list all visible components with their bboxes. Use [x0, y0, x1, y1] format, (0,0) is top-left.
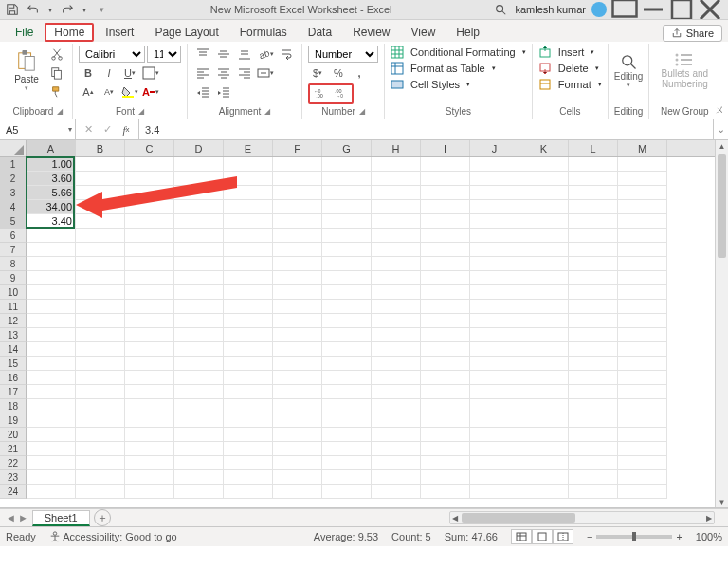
scroll-up-icon[interactable]: ▲ — [716, 140, 728, 152]
cell[interactable] — [27, 357, 76, 371]
cell[interactable] — [470, 314, 519, 328]
border-button[interactable]: ▾ — [141, 64, 160, 82]
cell[interactable] — [174, 328, 224, 342]
cell[interactable] — [224, 157, 273, 172]
cell[interactable] — [569, 300, 618, 314]
cell[interactable] — [470, 328, 519, 342]
row-header[interactable]: 5 — [0, 214, 27, 229]
cell[interactable] — [421, 214, 470, 229]
cell[interactable] — [273, 214, 322, 229]
cell[interactable] — [569, 229, 618, 243]
cell[interactable] — [421, 470, 470, 485]
cell[interactable] — [470, 229, 519, 243]
cell[interactable] — [322, 186, 372, 200]
bold-button[interactable]: B — [79, 64, 98, 82]
align-middle-button[interactable] — [214, 46, 233, 63]
cell[interactable] — [125, 314, 174, 328]
row-header[interactable]: 3 — [0, 186, 27, 200]
cell[interactable] — [273, 485, 322, 499]
insert-function-button[interactable]: fx — [118, 121, 135, 138]
cell[interactable] — [27, 385, 76, 399]
cell[interactable] — [421, 385, 470, 399]
cell[interactable] — [174, 186, 224, 200]
cell[interactable] — [76, 271, 125, 285]
maximize-icon[interactable] — [667, 0, 696, 19]
cell[interactable] — [224, 214, 273, 229]
cell[interactable] — [569, 186, 618, 200]
cell[interactable] — [569, 385, 618, 399]
cell[interactable] — [322, 485, 372, 499]
cell[interactable] — [76, 470, 125, 485]
cell[interactable] — [618, 172, 667, 186]
cell[interactable] — [470, 200, 519, 214]
cell[interactable] — [618, 385, 667, 399]
cell[interactable] — [569, 285, 618, 300]
cell[interactable] — [273, 271, 322, 285]
column-header[interactable]: L — [569, 140, 618, 156]
cell[interactable] — [421, 300, 470, 314]
cell[interactable]: 34.00 — [27, 200, 76, 214]
cell[interactable] — [569, 214, 618, 229]
cell[interactable] — [224, 357, 273, 371]
italic-button[interactable]: I — [100, 64, 118, 82]
cell[interactable] — [618, 328, 667, 342]
cell[interactable] — [372, 456, 421, 470]
row-header[interactable]: 11 — [0, 300, 27, 314]
cell[interactable] — [273, 399, 322, 413]
cell[interactable] — [125, 470, 174, 485]
cell[interactable] — [470, 257, 519, 271]
select-all-corner[interactable] — [0, 140, 27, 156]
cell[interactable] — [273, 428, 322, 442]
delete-cells-button[interactable]: Delete ▾ — [538, 62, 599, 75]
column-header[interactable]: E — [224, 140, 273, 156]
cell[interactable] — [519, 428, 569, 442]
cell[interactable] — [224, 200, 273, 214]
cell[interactable] — [322, 285, 372, 300]
cell[interactable] — [125, 271, 174, 285]
row-header[interactable]: 9 — [0, 271, 27, 285]
cell[interactable] — [421, 172, 470, 186]
cell[interactable] — [174, 385, 224, 399]
cell[interactable] — [174, 456, 224, 470]
cell[interactable] — [27, 342, 76, 357]
cell[interactable] — [372, 243, 421, 257]
cell[interactable] — [470, 485, 519, 499]
cell[interactable] — [421, 257, 470, 271]
cell[interactable] — [470, 428, 519, 442]
save-icon[interactable] — [4, 1, 21, 18]
cell[interactable] — [76, 229, 125, 243]
column-header[interactable]: M — [618, 140, 667, 156]
cell[interactable] — [174, 442, 224, 456]
cell[interactable] — [174, 342, 224, 357]
cell[interactable] — [273, 172, 322, 186]
share-button[interactable]: Share — [663, 25, 722, 42]
cell[interactable] — [322, 357, 372, 371]
cell[interactable] — [618, 271, 667, 285]
cell[interactable] — [519, 186, 569, 200]
cell[interactable] — [569, 342, 618, 357]
column-header[interactable]: D — [174, 140, 224, 156]
cell[interactable] — [519, 357, 569, 371]
cell[interactable] — [618, 442, 667, 456]
cell[interactable] — [421, 229, 470, 243]
column-header[interactable]: A — [27, 140, 76, 156]
cell[interactable] — [125, 300, 174, 314]
cell[interactable] — [421, 200, 470, 214]
cell[interactable] — [27, 285, 76, 300]
cell[interactable] — [76, 314, 125, 328]
cell[interactable] — [372, 157, 421, 172]
cell[interactable] — [174, 371, 224, 385]
view-page-layout-button[interactable] — [532, 529, 553, 544]
cell[interactable] — [224, 328, 273, 342]
cell[interactable] — [76, 285, 125, 300]
cell[interactable] — [224, 485, 273, 499]
cell[interactable] — [569, 357, 618, 371]
cell[interactable] — [421, 399, 470, 413]
cell[interactable] — [273, 442, 322, 456]
cell[interactable] — [273, 157, 322, 172]
cell[interactable] — [224, 229, 273, 243]
ribbon-display-icon[interactable] — [610, 0, 639, 19]
row-header[interactable]: 17 — [0, 385, 27, 399]
cell[interactable] — [618, 200, 667, 214]
cell[interactable] — [618, 157, 667, 172]
